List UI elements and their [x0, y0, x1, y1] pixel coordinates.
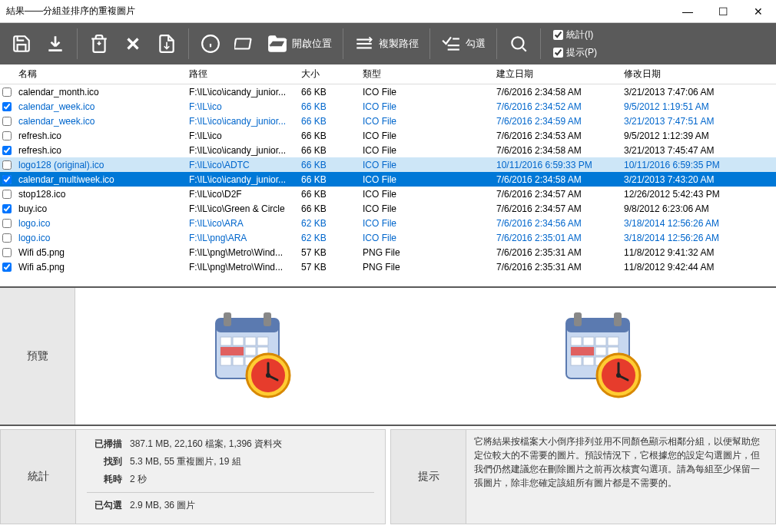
close-button[interactable]: ✕ [741, 0, 776, 23]
hint-panel: 提示 它將結果按檔案大小倒序排列並用不同顏色顯示相鄰分組，以便幫助您定位較大的不… [390, 429, 776, 524]
cell-type: ICO File [358, 203, 492, 214]
option-hint[interactable]: 提示(P) [553, 46, 597, 59]
stats-body: 已掃描387.1 MB, 22,160 檔案, 1,396 資料夾 找到5.3 … [76, 430, 385, 524]
table-row[interactable]: calendar_week.icoF:\IL\ico\icandy_junior… [0, 114, 776, 128]
delete-button[interactable] [118, 28, 148, 59]
table-row[interactable]: stop128.icoF:\IL\ico\D2F66 KBICO File7/6… [0, 187, 776, 201]
row-checkbox[interactable] [2, 102, 12, 111]
row-checkbox[interactable] [2, 117, 12, 126]
svg-rect-17 [264, 312, 271, 326]
preview-label: 預覽 [0, 288, 75, 425]
hint-label: 提示 [391, 430, 466, 524]
row-checkbox[interactable] [2, 131, 12, 140]
table-row[interactable]: logo128 (original).icoF:\IL\ico\ADTC66 K… [0, 157, 776, 172]
cell-name: calendar_week.ico [14, 116, 184, 127]
col-modified[interactable]: 修改日期 [619, 64, 742, 84]
row-checkbox[interactable] [2, 160, 12, 170]
cell-path: F:\IL\ico\icandy_junior... [184, 145, 297, 156]
row-checkbox[interactable] [2, 88, 12, 97]
svg-rect-49 [583, 357, 594, 365]
cell-path: F:\IL\ico\Green & Circle [184, 203, 297, 214]
cell-created: 10/11/2016 6:59:33 PM [492, 160, 619, 170]
toolbar-options: 統計(I) 提示(P) [553, 28, 597, 59]
preview-image-right [551, 306, 651, 406]
separator [188, 28, 189, 59]
cell-modified: 12/26/2012 5:42:43 PM [619, 189, 742, 200]
table-row[interactable]: logo.icoF:\IL\png\ARA62 KBICO File7/6/20… [0, 230, 776, 245]
option-hint-checkbox[interactable] [553, 48, 563, 58]
svg-rect-20 [245, 337, 256, 345]
col-size[interactable]: 大小 [297, 64, 358, 84]
col-created[interactable]: 建立日期 [492, 64, 619, 84]
cell-type: ICO File [358, 189, 492, 200]
svg-rect-48 [571, 357, 582, 365]
cell-modified: 11/8/2012 9:41:32 AM [619, 247, 742, 258]
svg-rect-39 [614, 312, 622, 326]
cell-size: 57 KB [297, 247, 358, 258]
cell-name: refresh.ico [14, 131, 184, 141]
open-location-button[interactable]: 開啟位置 [263, 28, 337, 59]
table-row[interactable]: buy.icoF:\IL\ico\Green & Circle66 KBICO … [0, 201, 776, 216]
cell-name: logo128 (original).ico [14, 160, 184, 170]
move-button[interactable] [151, 28, 182, 59]
search-button[interactable] [503, 28, 534, 59]
download-button[interactable] [40, 28, 71, 59]
svg-line-13 [522, 48, 526, 51]
cell-created: 7/6/2016 2:34:59 AM [492, 116, 619, 127]
table-row[interactable]: refresh.icoF:\IL\ico66 KBICO File7/6/201… [0, 128, 776, 143]
cell-modified: 9/5/2012 1:19:51 AM [619, 101, 742, 112]
row-checkbox[interactable] [2, 263, 12, 272]
col-type[interactable]: 類型 [358, 64, 492, 84]
cell-created: 7/6/2016 2:35:01 AM [492, 233, 619, 243]
svg-rect-16 [224, 312, 231, 326]
recycle-button[interactable] [84, 28, 114, 59]
row-checkbox[interactable] [2, 190, 12, 199]
results-list[interactable]: 名稱 路徑 大小 類型 建立日期 修改日期 calendar_month.ico… [0, 64, 776, 288]
table-row[interactable]: Wifi a5.pngF:\IL\png\Metro\Wind...57 KBP… [0, 259, 776, 274]
table-row[interactable]: refresh.icoF:\IL\ico\icandy_junior...66 … [0, 143, 776, 157]
cell-type: PNG File [358, 262, 492, 273]
row-checkbox[interactable] [2, 204, 12, 213]
cell-size: 66 KB [297, 189, 358, 200]
copy-path-button[interactable]: 複製路徑 [350, 28, 423, 59]
svg-rect-21 [257, 337, 268, 345]
hint-text: 它將結果按檔案大小倒序排列並用不同顏色顯示相鄰分組，以便幫助您定位較大的不需要的… [466, 430, 775, 524]
preview-image-left [201, 306, 300, 406]
col-path[interactable]: 路徑 [184, 64, 297, 84]
table-row[interactable]: calendar_multiweek.icoF:\IL\ico\icandy_j… [0, 172, 776, 187]
svg-rect-52 [571, 347, 594, 355]
table-row[interactable]: calendar_week.icoF:\IL\ico66 KBICO File7… [0, 99, 776, 114]
cell-size: 57 KB [297, 262, 358, 273]
cell-type: ICO File [358, 160, 492, 170]
row-checkbox[interactable] [2, 233, 12, 243]
row-checkbox[interactable] [2, 219, 12, 228]
cell-name: buy.ico [14, 203, 184, 214]
svg-rect-26 [221, 357, 231, 365]
check-button[interactable]: 勾選 [436, 28, 490, 59]
cell-type: ICO File [358, 116, 492, 127]
separator [429, 28, 430, 59]
option-stats-checkbox[interactable] [553, 30, 563, 40]
cell-type: ICO File [358, 87, 492, 97]
info-button[interactable] [195, 28, 226, 59]
svg-rect-19 [233, 337, 244, 345]
table-row[interactable]: Wifi d5.pngF:\IL\png\Metro\Wind...57 KBP… [0, 245, 776, 259]
row-checkbox[interactable] [2, 248, 12, 257]
cell-modified: 3/21/2013 7:45:47 AM [619, 145, 742, 156]
maximize-button[interactable]: ☐ [705, 0, 741, 23]
save-button[interactable] [6, 28, 37, 59]
row-checkbox[interactable] [2, 146, 12, 155]
rename-button[interactable] [229, 28, 260, 59]
minimize-button[interactable]: — [670, 0, 705, 23]
cell-name: calendar_week.ico [14, 101, 184, 112]
cell-modified: 3/21/2013 7:47:06 AM [619, 87, 742, 97]
col-name[interactable]: 名稱 [14, 64, 184, 84]
cell-path: F:\IL\png\ARA [184, 233, 297, 243]
cell-path: F:\IL\ico\ADTC [184, 160, 297, 170]
table-row[interactable]: calendar_month.icoF:\IL\ico\icandy_junio… [0, 84, 776, 99]
row-checkbox[interactable] [2, 175, 12, 184]
cell-path: F:\IL\ico [184, 101, 297, 112]
table-row[interactable]: logo.icoF:\IL\ico\ARA62 KBICO File7/6/20… [0, 216, 776, 230]
svg-rect-30 [221, 347, 244, 355]
option-stats[interactable]: 統計(I) [553, 28, 597, 41]
